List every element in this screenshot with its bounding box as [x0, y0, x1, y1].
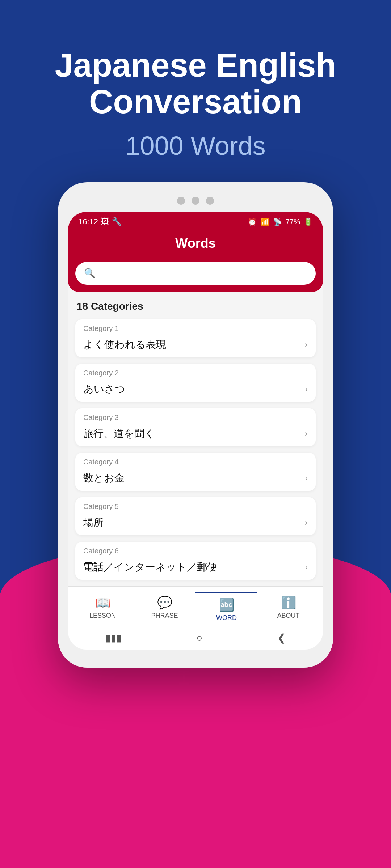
status-battery-icon: 🔋 [304, 217, 313, 226]
phone-screen: 16:12 🖼 🔧 ⏰ 📶 📡 77% 🔋 Words [68, 212, 323, 650]
search-input[interactable] [101, 268, 307, 279]
category-card-5[interactable]: Category 5 場所 › [75, 497, 316, 535]
category-name-6: 電話／インターネット／郵便 [83, 560, 217, 574]
category-label-1: Category 1 [75, 319, 316, 335]
nav-item-word[interactable]: 🔤 WORD [196, 592, 257, 622]
status-image-icon: 🖼 [101, 217, 109, 226]
system-nav: ▮▮▮ ○ ❮ [68, 625, 323, 650]
category-name-1: よく使われる表現 [83, 338, 166, 352]
category-row-1: よく使われる表現 › [75, 335, 316, 357]
lesson-label: LESSON [89, 612, 116, 620]
category-card-3[interactable]: Category 3 旅行、道を聞く › [75, 408, 316, 446]
nav-back-button[interactable]: ❮ [277, 632, 286, 644]
app-header-title: Words [75, 236, 316, 251]
category-label-4: Category 4 [75, 453, 316, 468]
status-signal-icon: 📡 [273, 217, 282, 226]
search-bar-container: 🔍 [68, 262, 323, 292]
category-row-2: あいさつ › [75, 379, 316, 402]
hero-title: Japanese English Conversation [14, 47, 377, 120]
status-bar: 16:12 🖼 🔧 ⏰ 📶 📡 77% 🔋 [68, 212, 323, 230]
notch-dot-3 [206, 197, 214, 205]
phrase-icon: 💬 [157, 595, 172, 610]
nav-recent-button[interactable]: ▮▮▮ [105, 632, 122, 644]
category-name-4: 数とお金 [83, 471, 125, 485]
category-card-6[interactable]: Category 6 電話／インターネット／郵便 › [75, 542, 316, 580]
category-name-3: 旅行、道を聞く [83, 427, 155, 441]
status-alarm-icon: ⏰ [248, 217, 257, 226]
bottom-nav: 📖 LESSON 💬 PHRASE 🔤 WORD ℹ️ ABOUT [68, 586, 323, 625]
category-row-3: 旅行、道を聞く › [75, 424, 316, 446]
search-bar[interactable]: 🔍 [75, 262, 316, 285]
about-icon: ℹ️ [281, 595, 296, 610]
phone-container: 16:12 🖼 🔧 ⏰ 📶 📡 77% 🔋 Words [0, 182, 391, 668]
category-card-1[interactable]: Category 1 よく使われる表現 › [75, 319, 316, 357]
status-battery: 77% [286, 218, 300, 226]
nav-item-phrase[interactable]: 💬 PHRASE [134, 595, 196, 620]
chevron-icon-4: › [305, 473, 308, 483]
category-name-5: 場所 [83, 516, 104, 529]
search-icon: 🔍 [84, 268, 96, 279]
about-label: ABOUT [277, 612, 299, 620]
lesson-icon: 📖 [95, 595, 110, 610]
category-label-6: Category 6 [75, 542, 316, 557]
app-header: Words [68, 230, 323, 262]
category-row-6: 電話／インターネット／郵便 › [75, 557, 316, 580]
status-tool-icon: 🔧 [112, 217, 122, 226]
status-time: 16:12 [78, 217, 98, 226]
status-left: 16:12 🖼 🔧 [78, 217, 122, 226]
category-label-2: Category 2 [75, 364, 316, 379]
status-wifi-icon: 📶 [260, 217, 269, 226]
chevron-icon-6: › [305, 562, 308, 572]
chevron-icon-1: › [305, 340, 308, 350]
chevron-icon-3: › [305, 429, 308, 439]
chevron-icon-2: › [305, 384, 308, 394]
content-area: 18 Categories Category 1 よく使われる表現 › Cate… [68, 292, 323, 580]
category-label-3: Category 3 [75, 408, 316, 424]
category-card-4[interactable]: Category 4 数とお金 › [75, 453, 316, 491]
category-row-5: 場所 › [75, 513, 316, 535]
category-label-5: Category 5 [75, 497, 316, 513]
category-name-2: あいさつ [83, 382, 125, 396]
categories-count: 18 Categories [75, 301, 316, 312]
chevron-icon-5: › [305, 518, 308, 528]
notch-dot-2 [192, 197, 199, 205]
hero-subtitle: 1000 Words [14, 131, 377, 161]
phone-frame: 16:12 🖼 🔧 ⏰ 📶 📡 77% 🔋 Words [58, 182, 333, 668]
word-label: WORD [216, 614, 237, 622]
status-right: ⏰ 📶 📡 77% 🔋 [248, 217, 313, 226]
category-row-4: 数とお金 › [75, 468, 316, 491]
word-icon: 🔤 [219, 597, 234, 612]
phrase-label: PHRASE [151, 612, 178, 620]
notch-dot-1 [177, 197, 185, 205]
hero-header: Japanese English Conversation 1000 Words [0, 0, 391, 182]
nav-home-button[interactable]: ○ [197, 632, 203, 644]
nav-item-about[interactable]: ℹ️ ABOUT [257, 595, 319, 620]
phone-notch [68, 193, 323, 205]
category-card-2[interactable]: Category 2 あいさつ › [75, 364, 316, 402]
nav-item-lesson[interactable]: 📖 LESSON [72, 595, 134, 620]
